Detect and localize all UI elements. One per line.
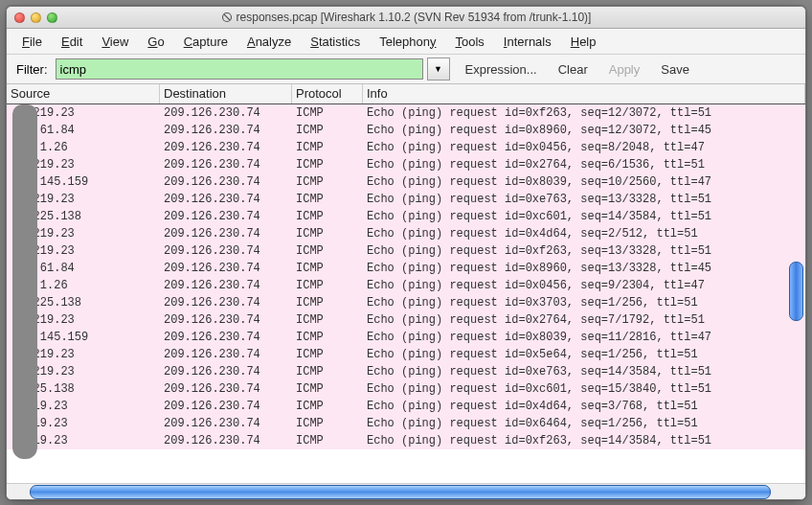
cell-info: Echo (ping) request id=0x8039, seq=11/28… xyxy=(363,329,805,346)
table-row[interactable]: .3.219.23209.126.230.74ICMPEcho (ping) r… xyxy=(7,225,805,242)
table-row[interactable]: 47.225.138209.126.230.74ICMPEcho (ping) … xyxy=(7,294,805,311)
table-row[interactable]: 114.145.159209.126.230.74ICMPEcho (ping)… xyxy=(7,329,805,346)
cell-protocol: ICMP xyxy=(292,122,363,139)
filter-input[interactable] xyxy=(56,58,423,80)
chevron-down-icon: ▼ xyxy=(434,64,442,74)
traffic-lights xyxy=(14,12,57,23)
header-source[interactable]: Source xyxy=(7,84,160,103)
column-headers: Source Destination Protocol Info xyxy=(7,84,805,104)
table-row[interactable]: .12.61.84209.126.230.74ICMPEcho (ping) r… xyxy=(7,122,805,139)
table-row[interactable]: 3.219.23209.126.230.74ICMPEcho (ping) re… xyxy=(7,432,805,449)
cell-protocol: ICMP xyxy=(292,294,363,311)
cell-protocol: ICMP xyxy=(292,191,363,208)
vertical-scrollbar[interactable] xyxy=(789,262,803,321)
cell-protocol: ICMP xyxy=(292,208,363,225)
cell-destination: 209.126.230.74 xyxy=(160,156,292,173)
horizontal-scrollbar-track xyxy=(7,483,805,499)
close-button[interactable] xyxy=(14,12,25,23)
filter-dropdown-button[interactable]: ▼ xyxy=(427,57,450,80)
expression-button[interactable]: Expression... xyxy=(460,60,543,79)
cell-destination: 209.126.230.74 xyxy=(160,346,292,363)
table-row[interactable]: 3.219.23209.126.230.74ICMPEcho (ping) re… xyxy=(7,415,805,432)
cell-source: 3.219.23 xyxy=(9,432,160,449)
cell-source: .3.219.23 xyxy=(9,104,160,122)
table-row[interactable]: .3.219.23209.126.230.74ICMPEcho (ping) r… xyxy=(7,346,805,363)
cell-destination: 209.126.230.74 xyxy=(160,311,292,329)
cell-info: Echo (ping) request id=0x8960, seq=12/30… xyxy=(363,122,805,139)
menu-edit[interactable]: Edit xyxy=(54,32,90,52)
cell-destination: 209.126.230.74 xyxy=(160,415,292,432)
cell-destination: 209.126.230.74 xyxy=(160,363,292,380)
zoom-button[interactable] xyxy=(47,12,57,23)
cell-destination: 209.126.230.74 xyxy=(160,242,292,260)
minimize-button[interactable] xyxy=(31,12,41,23)
cell-source: .88.1.26 xyxy=(9,139,160,156)
filter-toolbar: Filter: ▼ Expression... Clear Apply Save xyxy=(7,55,805,84)
table-row[interactable]: .12.61.84209.126.230.74ICMPEcho (ping) r… xyxy=(7,260,805,277)
cell-destination: 209.126.230.74 xyxy=(160,294,292,311)
rows-container: .3.219.23209.126.230.74ICMPEcho (ping) r… xyxy=(7,104,805,483)
cell-destination: 209.126.230.74 xyxy=(160,260,292,277)
cell-info: Echo (ping) request id=0x4d64, seq=2/512… xyxy=(363,225,805,242)
cell-source: .3.219.23 xyxy=(9,156,160,173)
cell-source: 114.145.159 xyxy=(9,329,160,346)
window-title-text: responses.pcap [Wireshark 1.10.2 (SVN Re… xyxy=(237,11,592,24)
menu-telephony[interactable]: Telephony xyxy=(372,32,443,52)
cell-info: Echo (ping) request id=0x8039, seq=10/25… xyxy=(363,173,805,191)
header-destination[interactable]: Destination xyxy=(160,84,292,103)
table-row[interactable]: .88.1.26209.126.230.74ICMPEcho (ping) re… xyxy=(7,277,805,294)
clear-button[interactable]: Clear xyxy=(553,60,594,79)
table-row[interactable]: .88.1.26209.126.230.74ICMPEcho (ping) re… xyxy=(7,139,805,156)
cell-info: Echo (ping) request id=0xf263, seq=14/35… xyxy=(363,432,805,449)
table-row[interactable]: .3.219.23209.126.230.74ICMPEcho (ping) r… xyxy=(7,191,805,208)
cell-protocol: ICMP xyxy=(292,363,363,380)
save-button[interactable]: Save xyxy=(655,60,695,79)
cell-destination: 209.126.230.74 xyxy=(160,329,292,346)
packet-list: Source Destination Protocol Info .3.219.… xyxy=(7,84,805,499)
titlebar: responses.pcap [Wireshark 1.10.2 (SVN Re… xyxy=(7,7,805,29)
header-protocol[interactable]: Protocol xyxy=(292,84,363,103)
menu-tools[interactable]: Tools xyxy=(448,32,492,52)
cell-protocol: ICMP xyxy=(292,398,363,415)
cell-protocol: ICMP xyxy=(292,225,363,242)
table-row[interactable]: 7.225.138209.126.230.74ICMPEcho (ping) r… xyxy=(7,380,805,398)
table-row[interactable]: .3.219.23209.126.230.74ICMPEcho (ping) r… xyxy=(7,242,805,260)
cell-protocol: ICMP xyxy=(292,104,363,122)
cell-protocol: ICMP xyxy=(292,432,363,449)
table-row[interactable]: .3.219.23209.126.230.74ICMPEcho (ping) r… xyxy=(7,363,805,380)
cell-info: Echo (ping) request id=0xf263, seq=13/33… xyxy=(363,242,805,260)
apply-button[interactable]: Apply xyxy=(603,60,646,79)
menu-internals[interactable]: Internals xyxy=(496,32,559,52)
cell-protocol: ICMP xyxy=(292,242,363,260)
table-row[interactable]: .3.219.23209.126.230.74ICMPEcho (ping) r… xyxy=(7,104,805,122)
cell-source: .88.1.26 xyxy=(9,277,160,294)
table-row[interactable]: 114.145.159209.126.230.74ICMPEcho (ping)… xyxy=(7,173,805,191)
table-row[interactable]: 47.225.138209.126.230.74ICMPEcho (ping) … xyxy=(7,208,805,225)
cell-source: .3.219.23 xyxy=(9,242,160,260)
header-info[interactable]: Info xyxy=(363,84,805,103)
table-row[interactable]: 3.219.23209.126.230.74ICMPEcho (ping) re… xyxy=(7,398,805,415)
cell-source: .12.61.84 xyxy=(9,122,160,139)
menu-statistics[interactable]: Statistics xyxy=(303,32,368,52)
menu-help[interactable]: Help xyxy=(563,32,604,52)
cell-info: Echo (ping) request id=0xc601, seq=14/35… xyxy=(363,208,805,225)
cell-protocol: ICMP xyxy=(292,173,363,191)
cell-source: .3.219.23 xyxy=(9,311,160,329)
cell-info: Echo (ping) request id=0xc601, seq=15/38… xyxy=(363,380,805,398)
cell-protocol: ICMP xyxy=(292,277,363,294)
menu-view[interactable]: View xyxy=(94,32,136,52)
menu-analyze[interactable]: Analyze xyxy=(239,32,299,52)
cell-protocol: ICMP xyxy=(292,311,363,329)
cell-info: Echo (ping) request id=0xe763, seq=14/35… xyxy=(363,363,805,380)
menu-file[interactable]: File xyxy=(14,32,50,52)
menu-capture[interactable]: Capture xyxy=(176,32,236,52)
table-row[interactable]: .3.219.23209.126.230.74ICMPEcho (ping) r… xyxy=(7,156,805,173)
menu-go[interactable]: Go xyxy=(140,32,171,52)
menubar: File Edit View Go Capture Analyze Statis… xyxy=(7,29,805,55)
window-title: responses.pcap [Wireshark 1.10.2 (SVN Re… xyxy=(221,11,592,24)
horizontal-scrollbar[interactable] xyxy=(30,485,771,499)
table-row[interactable]: .3.219.23209.126.230.74ICMPEcho (ping) r… xyxy=(7,311,805,329)
cell-source: 3.219.23 xyxy=(9,398,160,415)
cell-source: .3.219.23 xyxy=(9,346,160,363)
cell-destination: 209.126.230.74 xyxy=(160,122,292,139)
